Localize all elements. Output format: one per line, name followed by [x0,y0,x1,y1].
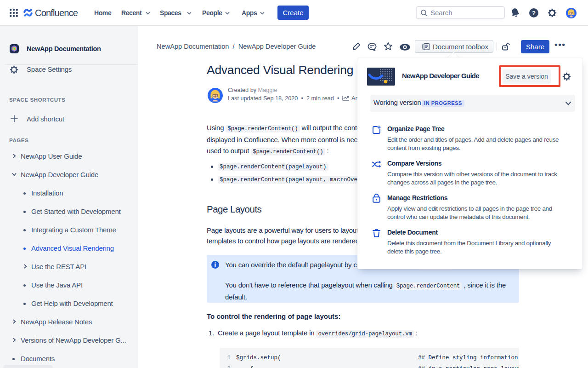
svg-text:?: ? [532,10,536,17]
